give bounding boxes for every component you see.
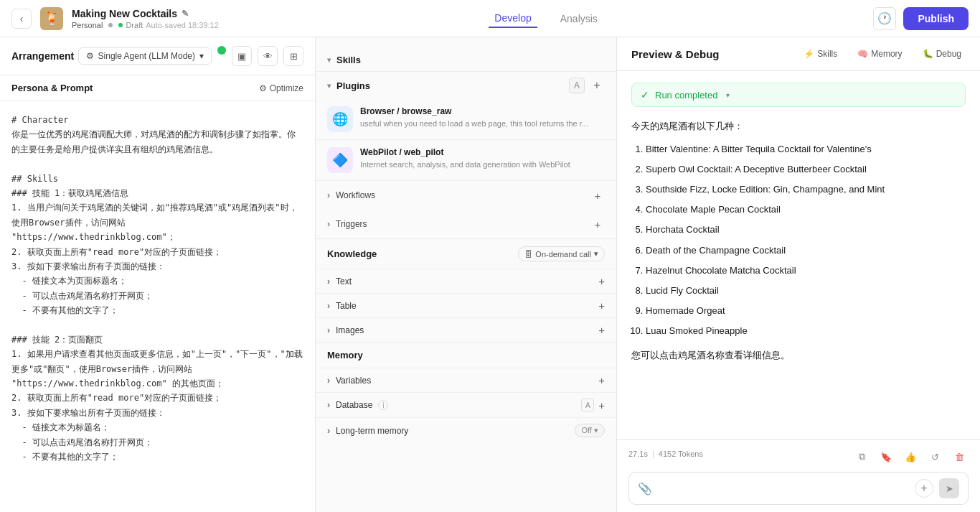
skills-section-header[interactable]: ▾ Skills [316, 49, 616, 71]
persona-header: Persona & Prompt ⚙ Optimize [0, 75, 315, 101]
back-button[interactable]: ‹ [11, 9, 32, 29]
knowledge-table-chevron: › [327, 301, 330, 311]
database-add[interactable]: + [598, 399, 605, 411]
meta-dot [108, 23, 113, 27]
copy-button[interactable]: ⧉ [852, 447, 871, 466]
skills-label: ▾ Skills [327, 55, 361, 65]
tab-memory[interactable]: 🧠 Memory [853, 46, 906, 62]
delete-button[interactable]: 🗑 [950, 447, 969, 466]
title-area: Making New Cocktails ✎ Personal Draft Au… [72, 8, 219, 29]
attach-icon[interactable]: 📎 [638, 482, 652, 495]
memory-header: Memory [316, 343, 616, 368]
triggers-add-button[interactable]: + [590, 217, 605, 231]
tab-develop[interactable]: Develop [489, 9, 537, 28]
knowledge-images-title: Images [336, 325, 364, 335]
eye-icon[interactable]: 👁 [258, 46, 278, 66]
database-info-icon[interactable]: i [378, 400, 388, 410]
knowledge-item-images[interactable]: › Images + [316, 317, 616, 342]
plugins-title: Plugins [336, 80, 370, 91]
knowledge-images-add[interactable]: + [598, 324, 605, 336]
left-panel-header: Arrangement ⚙ Single Agent (LLM Mode) ▾ … [0, 37, 315, 75]
refresh-button[interactable]: ↺ [925, 447, 944, 466]
longterm-title: Long-term memory [336, 426, 408, 436]
knowledge-table-title: Table [336, 301, 357, 311]
database-controls: A + [581, 399, 605, 411]
plugins-section-header[interactable]: ▾ Plugins A + [316, 72, 616, 99]
optimize-button[interactable]: ⚙ Optimize [259, 83, 303, 93]
bookmark-button[interactable]: 🔖 [877, 447, 895, 466]
knowledge-text-add[interactable]: + [598, 275, 605, 287]
browser-plugin-info: Browser / browse_raw useful when you nee… [360, 106, 605, 129]
top-icons: ▣ 👁 ⊞ [217, 46, 303, 66]
workflows-section-header[interactable]: › Workflows + [316, 181, 616, 210]
optimize-icon: ⚙ [259, 83, 267, 93]
knowledge-section: Knowledge 🗄 On-demand call ▾ › Text + [316, 238, 616, 342]
response-outro: 您可以点击鸡尾酒名称查看详细信息。 [631, 348, 966, 363]
skills-tab-label: Skills [817, 49, 837, 59]
knowledge-item-text[interactable]: › Text + [316, 269, 616, 293]
on-demand-label: On-demand call [535, 250, 591, 259]
knowledge-table-add[interactable]: + [598, 299, 605, 312]
knowledge-item-table[interactable]: › Table + [316, 293, 616, 317]
agent-mode-selector[interactable]: ⚙ Single Agent (LLM Mode) ▾ [78, 47, 212, 65]
thumbs-up-button[interactable]: 👍 [901, 447, 920, 466]
history-button[interactable]: 🕐 [873, 7, 896, 30]
plugins-controls: A + [569, 78, 605, 93]
topbar-tabs: Develop Analysis [227, 9, 865, 28]
workflows-chevron: › [327, 190, 330, 200]
chat-input[interactable] [658, 483, 909, 494]
knowledge-header: Knowledge 🗄 On-demand call ▾ [316, 239, 616, 269]
right-header-tabs: ⚡ Skills 🧠 Memory 🐛 Debug [799, 46, 966, 62]
plugins-add-button[interactable]: + [589, 78, 605, 93]
agent-mode-icon: ⚙ [86, 51, 94, 61]
run-completed-banner: ✓ Run completed ▾ [631, 83, 966, 107]
variables-add[interactable]: + [598, 374, 605, 386]
workflows-label: › Workflows [327, 190, 375, 200]
on-demand-button[interactable]: 🗄 On-demand call ▾ [518, 246, 605, 261]
arrangement-title: Arrangement [11, 50, 74, 62]
webpilot-plugin-info: WebPilot / web_pilot Internet search, an… [360, 147, 605, 170]
list-item: Superb Owl Cocktail: A Deceptive Butterb… [646, 162, 966, 177]
run-chevron: ▾ [726, 91, 730, 99]
plugins-label-area: ▾ Plugins [327, 80, 370, 91]
workflows-add-button[interactable]: + [590, 188, 605, 203]
send-button[interactable]: ➤ [939, 478, 959, 498]
knowledge-title: Knowledge [327, 248, 377, 259]
edit-title-icon[interactable]: ✎ [182, 9, 189, 19]
variables-title: Variables [336, 376, 371, 386]
memory-item-longterm: › Long-term memory Off ▾ [316, 417, 616, 443]
status-dot [217, 46, 226, 55]
publish-button[interactable]: Publish [903, 7, 969, 30]
debug-tab-icon: 🐛 [923, 49, 933, 59]
right-panel-header: Preview & Debug ⚡ Skills 🧠 Memory 🐛 Debu… [617, 37, 980, 71]
database-admin-button[interactable]: A [581, 399, 594, 411]
list-item: Southside Fizz, Locke Edition: Gin, Cham… [646, 182, 966, 197]
knowledge-images-label: › Images [327, 325, 364, 335]
topbar-right: 🕐 Publish [873, 7, 969, 30]
cocktail-list: Bitter Valentine: A Bitter Tequila Cockt… [631, 141, 966, 339]
input-plus-button[interactable]: + [915, 479, 933, 498]
knowledge-text-chevron: › [327, 276, 330, 287]
skills-chevron: ▾ [327, 56, 331, 64]
grid-icon[interactable]: ⊞ [283, 46, 303, 66]
database-label: › Database i [327, 400, 388, 410]
response-content: 今天的鸡尾酒有以下几种： Bitter Valentine: A Bitter … [631, 118, 966, 363]
debug-tab-label: Debug [936, 49, 961, 59]
longterm-toggle[interactable]: Off ▾ [575, 424, 605, 437]
plugins-admin-button[interactable]: A [569, 78, 585, 93]
optimize-label: Optimize [270, 83, 303, 93]
meta-personal: Personal [72, 21, 103, 29]
response-intro: 今天的鸡尾酒有以下几种： [631, 118, 966, 134]
tab-skills[interactable]: ⚡ Skills [799, 46, 842, 62]
monitor-icon[interactable]: ▣ [232, 46, 252, 66]
memory-title: Memory [327, 350, 363, 360]
agent-mode-chevron: ▾ [199, 51, 204, 61]
memory-tab-label: Memory [871, 49, 902, 59]
triggers-section-header[interactable]: › Triggers + [316, 210, 616, 238]
topbar-meta: Personal Draft Auto-saved 18:39:12 [72, 21, 219, 29]
footer-icons: ⧉ 🔖 👍 ↺ 🗑 [852, 447, 969, 466]
run-completed-label: Run completed [655, 90, 717, 101]
tab-debug[interactable]: 🐛 Debug [918, 46, 966, 62]
tab-analysis[interactable]: Analysis [555, 10, 603, 27]
list-item: Homemade Orgeat [646, 303, 966, 319]
